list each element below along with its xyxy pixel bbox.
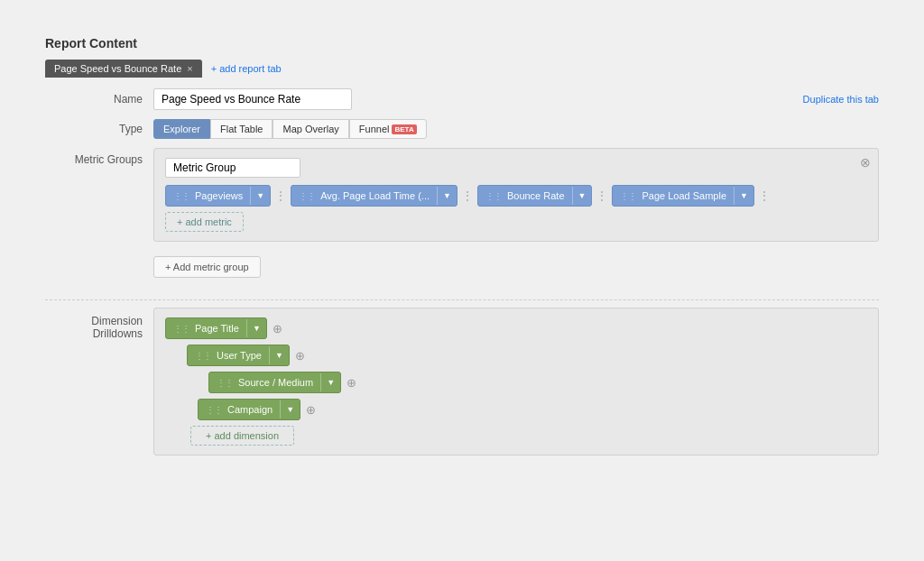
- dimension-pill-user-type-label: ⋮⋮ User Type: [188, 345, 269, 365]
- campaign-remove-icon[interactable]: ⊕: [306, 403, 316, 417]
- page-title-text: Page Title: [195, 323, 239, 334]
- drag-handle-icon: ⋮⋮: [485, 191, 502, 201]
- connector-1: ⋮: [274, 189, 287, 203]
- dimension-drilldowns-label: Dimension Drilldowns: [45, 308, 153, 340]
- metric-groups-label: Metric Groups: [45, 148, 153, 166]
- campaign-text: Campaign: [227, 404, 273, 415]
- metrics-row: ⋮⋮ Pageviews ▼ ⋮ ⋮⋮ Avg. Page Load Time …: [165, 185, 867, 207]
- type-btn-map-overlay[interactable]: Map Overlay: [273, 119, 348, 139]
- connector-3: ⋮: [596, 189, 608, 203]
- metric-group-remove-icon[interactable]: ⊗: [860, 156, 871, 169]
- dimension-row-page-title: ⋮⋮ Page Title ▼ ⊕: [165, 317, 867, 339]
- add-metric-group-row: + Add metric group: [45, 256, 879, 292]
- dimension-pill-campaign-label: ⋮⋮ Campaign: [199, 400, 280, 419]
- campaign-dropdown[interactable]: ▼: [280, 400, 300, 418]
- metric-pill-avg-load-label: ⋮⋮ Avg. Page Load Time (...: [291, 186, 437, 206]
- dimension-pill-source-medium-label: ⋮⋮ Source / Medium: [209, 372, 320, 392]
- active-tab[interactable]: Page Speed vs Bounce Rate ×: [45, 60, 202, 78]
- add-report-tab-link[interactable]: + add report tab: [211, 63, 282, 74]
- page-load-sample-dropdown[interactable]: ▼: [734, 187, 753, 205]
- type-btn-funnel[interactable]: Funnel BETA: [349, 119, 427, 139]
- dimension-row-campaign: ⋮⋮ Campaign ▼ ⊕: [198, 399, 867, 420]
- drag-handle-icon: ⋮⋮: [173, 191, 189, 201]
- avg-load-dropdown[interactable]: ▼: [437, 187, 457, 205]
- drag-handle-icon: ⋮⋮: [195, 351, 211, 361]
- user-type-dropdown[interactable]: ▼: [269, 346, 289, 364]
- dimension-pill-page-title-label: ⋮⋮ Page Title: [166, 318, 246, 338]
- metric-groups-section: Metric Groups ⊗ ⋮⋮ Pageviews ▼ ⋮: [45, 148, 879, 247]
- dimension-pill-page-title: ⋮⋮ Page Title ▼: [165, 317, 267, 339]
- metric-pill-pageviews-label: ⋮⋮ Pageviews: [166, 186, 250, 206]
- page-load-sample-text: Page Load Sample: [642, 190, 726, 201]
- pageviews-dropdown[interactable]: ▼: [250, 187, 270, 205]
- tab-close-icon[interactable]: ×: [187, 63, 192, 74]
- dimension-row-source-medium: ⋮⋮ Source / Medium ▼ ⊕: [208, 372, 867, 393]
- metric-group-box: ⊗ ⋮⋮ Pageviews ▼ ⋮ ⋮⋮: [153, 148, 879, 242]
- source-medium-remove-icon[interactable]: ⊕: [346, 376, 356, 390]
- bounce-rate-text: Bounce Rate: [507, 190, 565, 201]
- connector-4: ⋮: [758, 189, 771, 203]
- tabs-bar: Page Speed vs Bounce Rate × + add report…: [45, 60, 879, 78]
- page-title-remove-icon[interactable]: ⊕: [273, 322, 282, 336]
- connector-2: ⋮: [461, 189, 474, 203]
- bounce-rate-dropdown[interactable]: ▼: [572, 187, 592, 205]
- section-title: Report Content: [45, 36, 879, 51]
- drag-handle-icon: ⋮⋮: [206, 405, 222, 415]
- dimension-pill-source-medium: ⋮⋮ Source / Medium ▼: [208, 372, 341, 393]
- name-label: Name: [45, 93, 153, 106]
- duplicate-link[interactable]: Duplicate this tab: [803, 94, 879, 105]
- metric-group-name-input[interactable]: [165, 158, 300, 178]
- metric-pill-page-load-sample-label: ⋮⋮ Page Load Sample: [613, 186, 734, 206]
- add-metric-button[interactable]: + add metric: [165, 212, 244, 232]
- name-row: Name Duplicate this tab: [45, 88, 879, 110]
- dimension-section: Dimension Drilldowns ⋮⋮ Page Title ▼ ⊕ ⋮…: [45, 308, 879, 455]
- metric-pill-pageviews: ⋮⋮ Pageviews ▼: [165, 185, 271, 207]
- dimension-pill-user-type: ⋮⋮ User Type ▼: [187, 345, 290, 366]
- metric-groups-container: ⊗ ⋮⋮ Pageviews ▼ ⋮ ⋮⋮: [153, 148, 879, 247]
- beta-badge: BETA: [392, 124, 416, 134]
- page-title-dropdown[interactable]: ▼: [246, 319, 266, 337]
- page-container: Report Content Page Speed vs Bounce Rate…: [18, 18, 906, 474]
- dimension-box: ⋮⋮ Page Title ▼ ⊕ ⋮⋮ User Type ▼ ⊕: [153, 308, 879, 455]
- divider: [45, 299, 879, 300]
- metric-pill-bounce-rate: ⋮⋮ Bounce Rate ▼: [477, 185, 593, 207]
- metric-pill-bounce-rate-label: ⋮⋮ Bounce Rate: [478, 186, 572, 206]
- type-label: Type: [45, 123, 153, 135]
- pageviews-text: Pageviews: [195, 190, 243, 201]
- dimension-row-user-type: ⋮⋮ User Type ▼ ⊕: [187, 345, 867, 366]
- metric-pill-avg-load: ⋮⋮ Avg. Page Load Time (... ▼: [291, 185, 457, 207]
- type-buttons: Explorer Flat Table Map Overlay Funnel B…: [153, 119, 427, 139]
- name-input[interactable]: [153, 88, 352, 110]
- drag-handle-icon: ⋮⋮: [299, 191, 315, 201]
- drag-handle-icon: ⋮⋮: [173, 324, 189, 334]
- add-dimension-row: + add dimension: [165, 426, 867, 446]
- avg-load-text: Avg. Page Load Time (...: [320, 190, 430, 201]
- source-medium-dropdown[interactable]: ▼: [320, 373, 340, 391]
- type-btn-explorer[interactable]: Explorer: [153, 119, 210, 139]
- type-row: Type Explorer Flat Table Map Overlay Fun…: [45, 119, 879, 139]
- metric-pill-page-load-sample: ⋮⋮ Page Load Sample ▼: [612, 185, 754, 207]
- add-dimension-button[interactable]: + add dimension: [190, 426, 294, 446]
- user-type-text: User Type: [217, 350, 262, 361]
- add-metric-group-button[interactable]: + Add metric group: [153, 256, 261, 278]
- user-type-remove-icon[interactable]: ⊕: [295, 349, 305, 363]
- source-medium-text: Source / Medium: [238, 377, 313, 388]
- dimension-pill-campaign: ⋮⋮ Campaign ▼: [198, 399, 300, 420]
- drag-handle-icon: ⋮⋮: [620, 191, 636, 201]
- type-btn-flat-table[interactable]: Flat Table: [210, 119, 273, 139]
- active-tab-label: Page Speed vs Bounce Rate: [54, 63, 181, 74]
- drag-handle-icon: ⋮⋮: [217, 378, 233, 388]
